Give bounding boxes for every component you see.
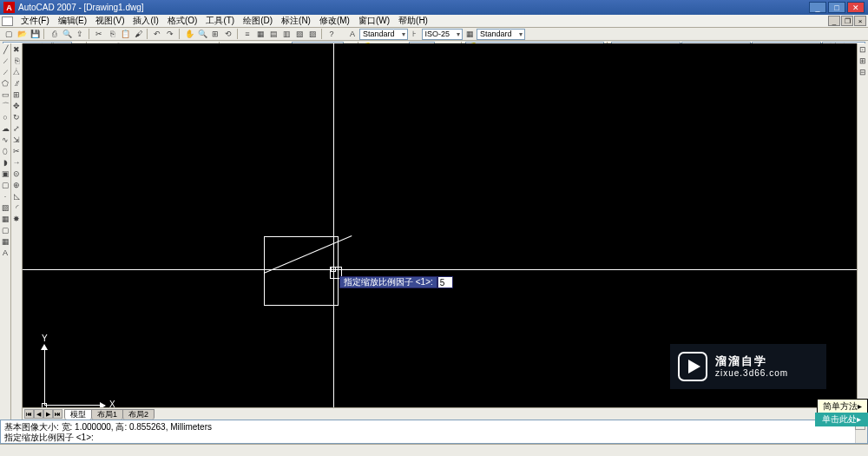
- join-icon[interactable]: ⊕: [11, 180, 22, 190]
- extend-icon[interactable]: →: [11, 157, 22, 168]
- menu-format[interactable]: 格式(O): [164, 15, 201, 27]
- trim-icon[interactable]: ✂: [11, 146, 22, 156]
- textstyle-combo[interactable]: Standard: [359, 29, 408, 40]
- osnap2-icon[interactable]: ⊞: [858, 56, 868, 66]
- minimize-button[interactable]: _: [809, 2, 826, 13]
- scale-icon[interactable]: ⤢: [11, 123, 22, 134]
- copy-icon[interactable]: ⎘: [106, 29, 118, 40]
- open-icon[interactable]: 📂: [16, 29, 28, 40]
- point-icon[interactable]: ·: [0, 191, 10, 202]
- matchprop-icon[interactable]: 🖌: [132, 29, 144, 40]
- break-icon[interactable]: ⊝: [11, 169, 22, 179]
- chamfer-icon[interactable]: ◺: [11, 191, 22, 202]
- print-icon[interactable]: ⎙: [48, 29, 60, 40]
- ucs-y-label: Y: [42, 334, 48, 343]
- tab-last-icon[interactable]: ⏭: [53, 409, 62, 419]
- mdi-minimize[interactable]: _: [828, 16, 840, 26]
- move-icon[interactable]: ✥: [11, 101, 22, 111]
- menu-insert[interactable]: 插入(I): [129, 15, 161, 27]
- tab-layout2[interactable]: 布局2: [122, 409, 155, 420]
- ellipse-icon[interactable]: ⬯: [0, 146, 10, 156]
- markup-icon[interactable]: ▧: [293, 29, 306, 40]
- tp-icon[interactable]: ▤: [267, 29, 279, 40]
- zoom-rt-icon[interactable]: 🔍: [196, 29, 208, 40]
- zoom-win-icon[interactable]: ⊞: [209, 29, 221, 40]
- dimstyle-combo2[interactable]: ISO-25: [422, 29, 464, 40]
- zoom-prev-icon[interactable]: ⟲: [222, 29, 234, 40]
- gradient-icon[interactable]: ▦: [0, 214, 10, 224]
- maximize-button[interactable]: □: [828, 2, 845, 13]
- array-icon[interactable]: ⊞: [11, 89, 22, 100]
- publish-icon[interactable]: ⇪: [74, 29, 86, 40]
- arc-icon[interactable]: ⌒: [0, 101, 10, 111]
- command-line[interactable]: 基本图像大小: 宽: 1.000000, 高: 0.855263, Millim…: [0, 420, 868, 444]
- dynamic-prompt-label: 指定缩放比例因子 <1>:: [339, 276, 437, 288]
- insert-icon[interactable]: ▣: [0, 169, 10, 179]
- right-toolbar: ⊡ ⊞ ⊟: [857, 43, 868, 420]
- copy2-icon[interactable]: ⎘: [11, 56, 22, 66]
- line-icon[interactable]: ╱: [0, 44, 10, 55]
- spline-icon[interactable]: ∿: [0, 135, 10, 145]
- revcloud-icon[interactable]: ☁: [0, 123, 10, 134]
- menu-tools[interactable]: 工具(T): [202, 15, 238, 27]
- menu-window[interactable]: 窗口(W): [355, 15, 393, 27]
- osnap3-icon[interactable]: ⊟: [858, 67, 868, 77]
- polygon-icon[interactable]: ⬠: [0, 78, 10, 89]
- tablestyle-icon[interactable]: ▦: [464, 29, 476, 40]
- mdi-restore[interactable]: ❐: [841, 16, 853, 26]
- menu-draw[interactable]: 绘图(D): [240, 15, 276, 27]
- tablestyle-combo[interactable]: Standard: [477, 29, 525, 40]
- tab-model[interactable]: 模型: [64, 409, 92, 420]
- drawing-canvas[interactable]: 指定缩放比例因子 <1>: Y X 溜溜自学 zixue.3d66.com ⏮ …: [23, 43, 857, 420]
- cut-icon[interactable]: ✂: [93, 29, 105, 40]
- menu-help[interactable]: 帮助(H): [395, 15, 431, 27]
- ellipsearc-icon[interactable]: ◗: [0, 157, 10, 168]
- block-icon[interactable]: ▢: [0, 180, 10, 190]
- save-icon[interactable]: 💾: [29, 29, 41, 40]
- properties-icon[interactable]: ≡: [241, 29, 253, 40]
- new-icon[interactable]: ▢: [3, 29, 15, 40]
- circle-icon[interactable]: ○: [0, 112, 10, 122]
- rect-icon[interactable]: ▭: [0, 89, 10, 100]
- tab-prev-icon[interactable]: ◀: [34, 409, 43, 419]
- dimstyle-icon[interactable]: ⊦: [409, 29, 421, 40]
- stretch-icon[interactable]: ⇲: [11, 135, 22, 145]
- table-icon[interactable]: ▦: [0, 236, 10, 247]
- osnap1-icon[interactable]: ⊡: [858, 44, 868, 55]
- pline-icon[interactable]: ⟋: [0, 67, 10, 77]
- pan-icon[interactable]: ✋: [183, 29, 195, 40]
- rotate-icon[interactable]: ↻: [11, 112, 22, 122]
- tab-first-icon[interactable]: ⏮: [24, 409, 34, 419]
- paste-icon[interactable]: 📋: [119, 29, 131, 40]
- menu-modify[interactable]: 修改(M): [316, 15, 353, 27]
- modify-toolbar: ✖ ⎘ ⧊ ⫽ ⊞ ✥ ↻ ⤢ ⇲ ✂ → ⊝ ⊕ ◺ ◜ ✸: [11, 43, 23, 420]
- hatch-icon[interactable]: ▨: [0, 202, 10, 213]
- fillet-icon[interactable]: ◜: [11, 202, 22, 213]
- dynamic-input-field[interactable]: [437, 276, 453, 288]
- region-icon[interactable]: ▢: [0, 225, 10, 235]
- mirror-icon[interactable]: ⧊: [11, 67, 22, 77]
- dc-icon[interactable]: ▦: [254, 29, 266, 40]
- undo-icon[interactable]: ↶: [151, 29, 163, 40]
- preview-icon[interactable]: 🔍: [61, 29, 73, 40]
- explode-icon[interactable]: ✸: [11, 214, 22, 224]
- erase-icon[interactable]: ✖: [11, 44, 22, 55]
- tab-layout1[interactable]: 布局1: [91, 409, 123, 420]
- help-icon[interactable]: ?: [326, 29, 338, 40]
- close-button[interactable]: ✕: [847, 2, 865, 13]
- redo-icon[interactable]: ↷: [164, 29, 176, 40]
- xline-icon[interactable]: ⟋: [0, 56, 10, 66]
- mtext-icon[interactable]: A: [0, 248, 10, 258]
- calc-icon[interactable]: ▨: [306, 29, 319, 40]
- menu-file[interactable]: 文件(F): [17, 15, 53, 27]
- menu-dimension[interactable]: 标注(N): [278, 15, 314, 27]
- menubar: 文件(F) 编辑(E) 视图(V) 插入(I) 格式(O) 工具(T) 绘图(D…: [0, 15, 868, 28]
- menu-edit[interactable]: 编辑(E): [55, 15, 90, 27]
- ssm-icon[interactable]: ▥: [280, 29, 293, 40]
- offset-icon[interactable]: ⫽: [11, 78, 22, 89]
- click-here-link[interactable]: 单击此处▸: [815, 413, 868, 426]
- tab-next-icon[interactable]: ▶: [43, 409, 53, 419]
- style-a-icon[interactable]: A: [346, 29, 358, 40]
- menu-view[interactable]: 视图(V): [92, 15, 128, 27]
- mdi-close[interactable]: ×: [854, 16, 866, 26]
